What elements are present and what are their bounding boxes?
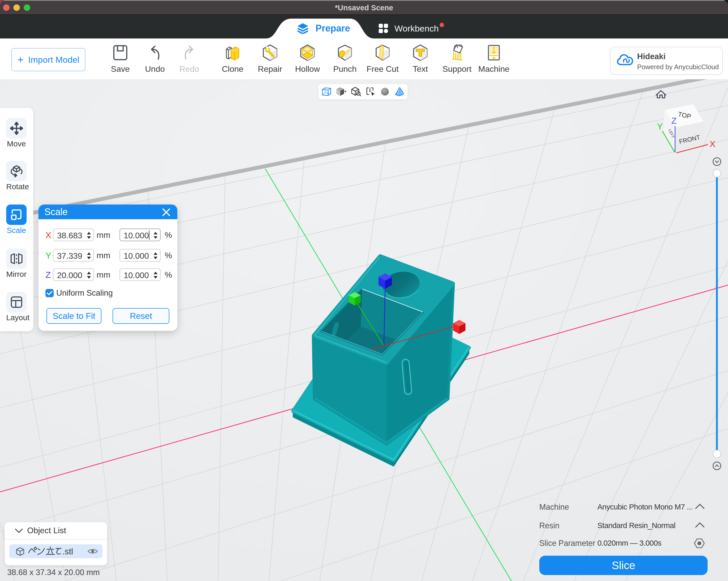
svg-text:Y: Y	[657, 121, 663, 131]
svg-text:X: X	[710, 139, 716, 149]
svg-text:Z: Z	[672, 116, 677, 126]
